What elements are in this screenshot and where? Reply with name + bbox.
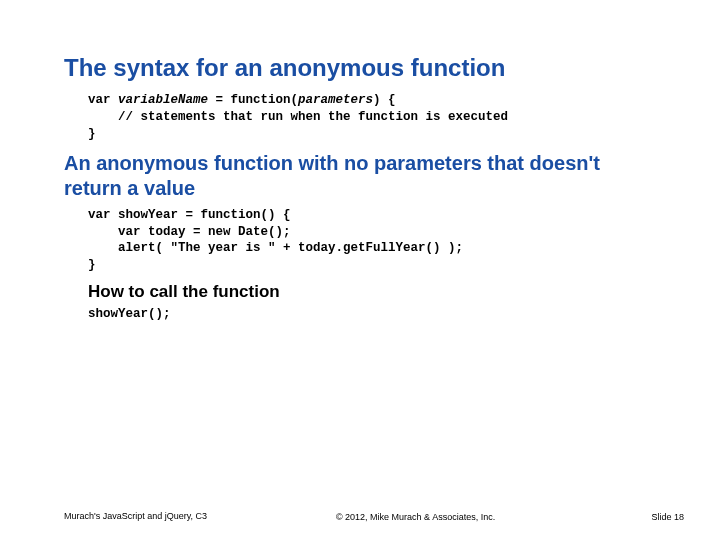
code-line: alert( "The year is " + today.getFullYea… (88, 241, 463, 255)
code-syntax-block: var variableName = function(parameters) … (88, 92, 660, 143)
code-text: ) { (373, 93, 396, 107)
footer-source: Murach's JavaScript and jQuery, C3 (64, 511, 207, 522)
code-line: showYear(); (88, 307, 171, 321)
code-placeholder-parameters: parameters (298, 93, 373, 107)
code-call-block: showYear(); (88, 306, 660, 323)
slide: The syntax for an anonymous function var… (0, 0, 720, 540)
code-line: var today = new Date(); (88, 225, 291, 239)
slide-title: The syntax for an anonymous function (64, 54, 660, 82)
slide-footer: Murach's JavaScript and jQuery, C3 © 201… (0, 511, 720, 522)
code-line: } (88, 258, 96, 272)
heading-no-params: An anonymous function with no parameters… (64, 151, 660, 201)
code-placeholder-variable: variableName (118, 93, 208, 107)
code-text: var (88, 93, 118, 107)
code-example-block: var showYear = function() { var today = … (88, 207, 660, 275)
footer-copyright: © 2012, Mike Murach & Associates, Inc. (207, 512, 624, 522)
code-text: } (88, 127, 96, 141)
code-text: = function( (208, 93, 298, 107)
footer-slide-number: Slide 18 (624, 512, 684, 522)
code-line: var showYear = function() { (88, 208, 291, 222)
heading-call: How to call the function (88, 282, 660, 302)
code-comment: // statements that run when the function… (88, 110, 508, 124)
